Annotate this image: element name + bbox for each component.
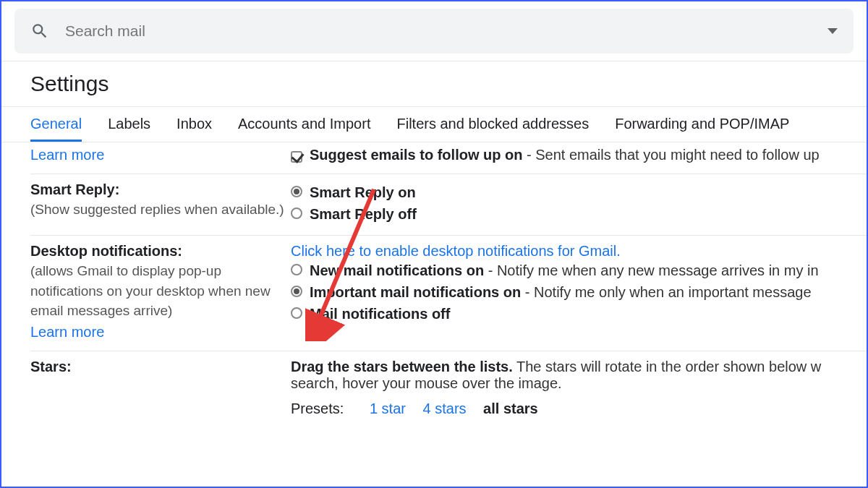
learn-more-link[interactable]: Learn more xyxy=(30,147,291,163)
stars-lead: Drag the stars between the lists. xyxy=(291,359,513,374)
tab-general[interactable]: General xyxy=(30,116,82,142)
smart-reply-on-radio[interactable] xyxy=(291,186,302,197)
presets-label: Presets: xyxy=(291,401,344,416)
suggest-section: Learn more Suggest emails to follow up o… xyxy=(30,142,867,174)
stars-line2: search, hover your mouse over the image. xyxy=(291,375,867,392)
tab-accounts[interactable]: Accounts and Import xyxy=(238,116,370,142)
new-mail-notif-label: New mail notifications on xyxy=(310,262,484,278)
suggest-checkbox[interactable] xyxy=(291,151,302,163)
smart-reply-on-label: Smart Reply on xyxy=(310,181,416,203)
tabs: General Labels Inbox Accounts and Import… xyxy=(1,107,867,142)
smart-reply-desc: (Show suggested replies when available.) xyxy=(30,200,291,220)
smart-reply-title: Smart Reply: xyxy=(30,181,291,198)
mail-notif-off-label: Mail notifications off xyxy=(310,303,450,325)
smart-reply-section: Smart Reply: (Show suggested replies whe… xyxy=(30,174,867,236)
suggest-option-label: Suggest emails to follow up on xyxy=(310,147,522,163)
new-mail-notif-desc: - Notify me when any new message arrives… xyxy=(484,262,818,278)
important-mail-notif-radio[interactable] xyxy=(291,286,302,297)
tab-inbox[interactable]: Inbox xyxy=(176,116,212,142)
page-title: Settings xyxy=(1,61,867,106)
new-mail-notif-radio[interactable] xyxy=(291,264,302,275)
search-bar[interactable]: Search mail xyxy=(14,9,854,53)
stars-rest: The stars will rotate in the order shown… xyxy=(513,359,822,374)
important-mail-notif-desc: - Notify me only when an important messa… xyxy=(521,284,811,300)
suggest-option-desc: - Sent emails that you might need to fol… xyxy=(522,147,819,163)
desktop-notif-learn-more[interactable]: Learn more xyxy=(30,324,291,341)
chevron-down-icon[interactable] xyxy=(827,28,838,34)
preset-1-star[interactable]: 1 star xyxy=(370,401,406,416)
smart-reply-off-label: Smart Reply off xyxy=(310,203,417,225)
search-placeholder: Search mail xyxy=(65,22,827,40)
tab-labels[interactable]: Labels xyxy=(108,116,150,142)
preset-4-stars[interactable]: 4 stars xyxy=(423,401,467,416)
mail-notif-off-radio[interactable] xyxy=(291,307,302,319)
important-mail-notif-label: Important mail notifications on xyxy=(310,284,521,300)
tab-forwarding[interactable]: Forwarding and POP/IMAP xyxy=(615,116,789,142)
stars-title: Stars: xyxy=(30,359,291,375)
smart-reply-off-radio[interactable] xyxy=(291,207,302,219)
stars-section: Stars: Drag the stars between the lists.… xyxy=(30,351,867,427)
desktop-notif-section: Desktop notifications: (allows Gmail to … xyxy=(30,236,867,351)
desktop-notif-desc: (allows Gmail to display pop-up notifica… xyxy=(30,261,291,321)
search-icon xyxy=(30,22,49,40)
desktop-notif-title: Desktop notifications: xyxy=(30,243,291,260)
tab-filters[interactable]: Filters and blocked addresses xyxy=(396,116,589,142)
preset-all-stars[interactable]: all stars xyxy=(483,401,538,416)
enable-desktop-notif-link[interactable]: Click here to enable desktop notificatio… xyxy=(291,243,867,260)
